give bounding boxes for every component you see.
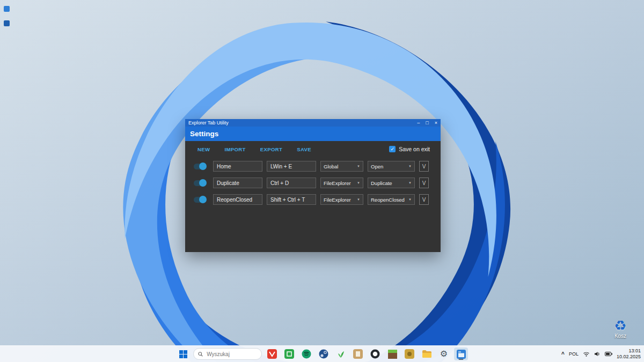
scope-value: FileExplorer [324,180,355,186]
chevron-down-icon: ▼ [408,165,412,168]
toggle-knob [199,162,207,170]
language-indicator[interactable]: POL [569,351,579,357]
chevron-down-icon: ▼ [357,165,360,168]
hotkey-input[interactable] [267,178,316,188]
maximize-button[interactable]: □ [426,121,428,125]
tray-date: 10.02.2025 [617,354,641,360]
taskbar-center: ⚙ [176,346,468,362]
search-icon [198,351,203,357]
spotify-icon[interactable] [299,348,313,360]
chevron-down-icon: ▼ [408,181,412,184]
green-square-app-icon[interactable] [282,348,296,360]
scope-select[interactable]: Global ▼ [320,161,363,172]
battery-icon[interactable] [605,352,612,356]
command-select[interactable]: Open ▼ [368,161,415,172]
steam-icon[interactable] [317,348,331,360]
grass-block-app-icon[interactable] [385,348,399,360]
scope-value: Global [324,164,355,169]
enable-toggle[interactable] [194,164,206,169]
search-input[interactable] [206,351,257,358]
gold-app-icon[interactable] [402,348,416,360]
settings-window: Explorer Tab Utility – □ × Settings NEW … [185,119,441,252]
command-select[interactable]: Duplicate ▼ [368,178,415,188]
recycle-bin-icon: ♻ [608,319,633,333]
action-input[interactable] [213,194,262,205]
expand-row-button[interactable]: V [419,178,429,188]
expand-row-button[interactable]: V [419,161,429,172]
clock[interactable]: 13:01 10.02.2025 [617,348,641,360]
toggle-knob [199,196,207,203]
toolbar: NEW IMPORT EXPORT SAVE ✓ Save on exit [185,141,441,157]
action-input[interactable] [213,178,262,188]
volume-icon[interactable] [594,351,601,357]
taskbar: ⚙ ^ POL 13:01 10.02.2025 [0,345,644,362]
command-value: Open [371,164,407,169]
chevron-down-icon: ▼ [357,198,360,201]
chevron-down-icon: ▼ [357,181,360,184]
save-on-exit-label: Save on exit [399,146,430,152]
toggle-knob [199,179,207,187]
window-title: Explorer Tab Utility [188,120,417,125]
hotkey-input[interactable] [267,194,316,205]
active-app-indicator [459,359,464,360]
tray-chevron-up-icon[interactable]: ^ [561,351,565,357]
page-title: Settings [185,127,441,141]
command-select[interactable]: ReopenClosed ▼ [368,194,415,205]
window-body: NEW IMPORT EXPORT SAVE ✓ Save on exit Gl… [185,141,441,252]
save-button[interactable]: SAVE [297,146,311,152]
recycle-bin-shortcut[interactable]: ♻ Kosz [608,319,633,339]
close-button[interactable]: × [435,121,437,125]
window-titlebar[interactable]: Explorer Tab Utility – □ × [185,119,441,127]
system-tray: ^ POL 13:01 10.02.2025 [561,346,641,362]
hotkey-input[interactable] [267,161,316,172]
red-v-app-icon[interactable] [265,348,279,360]
hotkey-row: FileExplorer ▼ ReopenClosed ▼ V [185,194,441,205]
explorer-tab-utility-app-icon[interactable] [454,348,468,360]
export-button[interactable]: EXPORT [260,146,282,152]
enable-toggle[interactable] [194,180,206,186]
scope-value: FileExplorer [324,197,355,203]
plant-app-icon[interactable] [334,348,348,360]
action-input[interactable] [213,161,262,172]
expand-row-button[interactable]: V [419,194,429,205]
command-value: ReopenClosed [371,197,407,203]
settings-gear-icon[interactable]: ⚙ [437,348,451,360]
start-button[interactable] [176,348,190,360]
wifi-icon[interactable] [583,351,590,357]
recycle-bin-label: Kosz [608,333,633,339]
desktop-icon[interactable] [4,6,10,12]
file-explorer-icon[interactable] [420,348,434,360]
taskbar-search[interactable] [193,348,262,360]
github-icon[interactable] [368,348,382,360]
new-button[interactable]: NEW [197,146,210,152]
scope-select[interactable]: FileExplorer ▼ [320,178,363,188]
check-icon: ✓ [390,147,394,152]
hotkey-row: Global ▼ Open ▼ V [185,161,441,172]
hotkey-row: FileExplorer ▼ Duplicate ▼ V [185,178,441,188]
command-value: Duplicate [371,180,407,186]
import-button[interactable]: IMPORT [224,146,245,152]
chevron-down-icon: ▼ [408,198,412,201]
minimize-button[interactable]: – [417,121,420,125]
windows-logo-icon [179,350,187,358]
desktop-icon[interactable] [4,20,10,26]
tan-app-icon[interactable] [351,348,365,360]
save-on-exit-checkbox[interactable]: ✓ [389,146,396,152]
tray-time: 13:01 [617,348,641,354]
scope-select[interactable]: FileExplorer ▼ [320,194,363,205]
enable-toggle[interactable] [194,197,206,203]
